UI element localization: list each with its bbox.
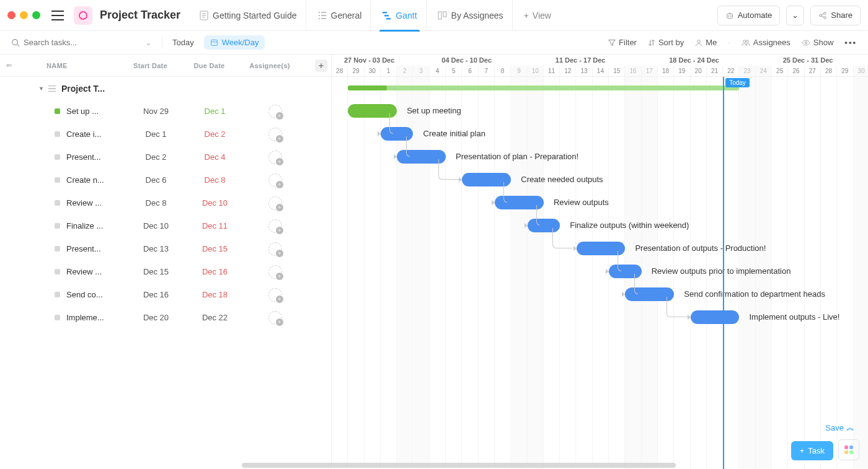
table-row[interactable]: Finalize ... Dec 10 Dec 11	[0, 214, 331, 237]
due-date-cell[interactable]: Dec 16	[185, 267, 244, 276]
due-date-cell[interactable]: Dec 22	[185, 313, 244, 322]
assignees-filter[interactable]: Assignees	[742, 38, 790, 47]
day-header[interactable]: 29	[837, 66, 853, 77]
start-date-cell[interactable]: Dec 10	[126, 221, 185, 230]
new-task-button[interactable]: + Task	[791, 441, 833, 460]
filter-button[interactable]: Filter	[608, 38, 637, 47]
status-dot-icon[interactable]	[55, 269, 60, 274]
status-dot-icon[interactable]	[55, 200, 60, 206]
col-header-assignee[interactable]: Assignee(s)	[239, 62, 301, 69]
assignee-cell[interactable]	[244, 219, 306, 233]
day-header[interactable]: 4	[430, 66, 446, 77]
start-date-cell[interactable]: Dec 2	[126, 152, 185, 162]
gantt-body[interactable]: TodaySet up meetingCreate initial planPr…	[332, 77, 868, 469]
day-header[interactable]: 15	[609, 66, 625, 77]
tab-general[interactable]: General	[309, 0, 371, 31]
day-header[interactable]: 25	[772, 66, 788, 77]
day-header[interactable]: 30	[365, 66, 381, 77]
search-options-chevron-icon[interactable]: ⌄	[145, 38, 152, 47]
add-assignee-icon[interactable]	[268, 311, 282, 325]
status-dot-icon[interactable]	[55, 131, 60, 137]
add-assignee-icon[interactable]	[268, 242, 282, 256]
assignee-cell[interactable]	[244, 105, 306, 118]
summary-bar[interactable]	[348, 85, 739, 90]
task-name[interactable]: Finalize ...	[66, 221, 126, 230]
table-row[interactable]: Present... Dec 13 Dec 15	[0, 237, 331, 260]
add-view-button[interactable]: + View	[515, 11, 560, 20]
due-date-cell[interactable]: Dec 15	[185, 244, 244, 253]
status-dot-icon[interactable]	[55, 223, 60, 229]
add-assignee-icon[interactable]	[268, 105, 282, 118]
project-logo-icon[interactable]	[74, 6, 92, 25]
gantt-bar[interactable]	[691, 310, 740, 324]
day-header[interactable]: 22	[723, 66, 739, 77]
table-row[interactable]: Impleme... Dec 20 Dec 22	[0, 306, 331, 329]
day-header[interactable]: 30	[854, 66, 869, 77]
assignee-cell[interactable]	[244, 311, 306, 325]
day-header[interactable]: 29	[348, 66, 364, 77]
add-column-button[interactable]: +	[315, 59, 327, 72]
day-header[interactable]: 11	[544, 66, 560, 77]
add-assignee-icon[interactable]	[268, 219, 282, 233]
day-header[interactable]: 6	[462, 66, 478, 77]
assignee-cell[interactable]	[244, 265, 306, 279]
task-name[interactable]: Review ...	[66, 267, 126, 276]
search-input[interactable]	[24, 38, 117, 47]
day-header[interactable]: 2	[397, 66, 413, 77]
due-date-cell[interactable]: Dec 11	[185, 221, 244, 230]
task-name[interactable]: Review ...	[66, 198, 126, 208]
due-date-cell[interactable]: Dec 10	[185, 198, 244, 208]
col-header-start[interactable]: Start Date	[121, 62, 180, 69]
me-filter[interactable]: Me	[695, 38, 717, 47]
day-header[interactable]: 7	[479, 66, 495, 77]
tab-gantt[interactable]: Gantt	[373, 0, 426, 31]
task-name[interactable]: Impleme...	[66, 313, 126, 322]
window-zoom-icon[interactable]	[32, 11, 40, 19]
status-dot-icon[interactable]	[55, 154, 60, 160]
horizontal-scrollbar[interactable]	[242, 463, 682, 468]
table-row[interactable]: Present... Dec 2 Dec 4	[0, 146, 331, 169]
start-date-cell[interactable]: Dec 13	[126, 244, 185, 253]
window-close-icon[interactable]	[7, 11, 16, 19]
day-header[interactable]: 5	[446, 66, 462, 77]
table-row[interactable]: Review ... Dec 15 Dec 16	[0, 260, 331, 283]
start-date-cell[interactable]: Nov 29	[126, 107, 185, 116]
day-header[interactable]: 17	[642, 66, 658, 77]
assignee-cell[interactable]	[244, 173, 306, 187]
start-date-cell[interactable]: Dec 20	[126, 313, 185, 322]
day-header[interactable]: 9	[511, 66, 527, 77]
col-header-due[interactable]: Due Date	[180, 62, 239, 69]
day-header[interactable]: 20	[691, 66, 707, 77]
table-row[interactable]: Create i... Dec 1 Dec 2	[0, 123, 331, 146]
tab-by-assignees[interactable]: By Assignees	[429, 0, 513, 31]
day-header[interactable]: 27	[805, 66, 821, 77]
day-header[interactable]: 13	[576, 66, 592, 77]
task-name[interactable]: Present...	[66, 244, 126, 253]
day-header[interactable]: 14	[593, 66, 609, 77]
status-dot-icon[interactable]	[55, 108, 60, 114]
search-box[interactable]	[11, 38, 135, 47]
add-assignee-icon[interactable]	[268, 265, 282, 279]
task-name[interactable]: Create i...	[66, 129, 126, 139]
share-button[interactable]: Share	[810, 6, 861, 25]
start-date-cell[interactable]: Dec 8	[126, 198, 185, 208]
table-row[interactable]: Send co... Dec 16 Dec 18	[0, 283, 331, 306]
today-button[interactable]: Today	[172, 38, 194, 47]
day-header[interactable]: 26	[788, 66, 804, 77]
task-name[interactable]: Present...	[66, 152, 126, 162]
due-date-cell[interactable]: Dec 8	[185, 175, 244, 185]
due-date-cell[interactable]: Dec 18	[185, 290, 244, 299]
apps-button[interactable]	[838, 439, 859, 460]
caret-down-icon[interactable]: ▾	[40, 85, 43, 92]
table-row[interactable]: Review ... Dec 8 Dec 10	[0, 191, 331, 214]
day-header[interactable]: 10	[528, 66, 544, 77]
more-menu[interactable]: •••	[844, 38, 857, 47]
day-header[interactable]: 16	[625, 66, 641, 77]
day-header[interactable]: 18	[658, 66, 674, 77]
add-assignee-icon[interactable]	[268, 173, 282, 187]
tab-getting-started[interactable]: Getting Started Guide	[190, 0, 306, 31]
col-header-name[interactable]: NAME	[19, 62, 121, 69]
add-assignee-icon[interactable]	[268, 128, 282, 141]
day-header[interactable]: 28	[332, 66, 348, 77]
start-date-cell[interactable]: Dec 16	[126, 290, 185, 299]
